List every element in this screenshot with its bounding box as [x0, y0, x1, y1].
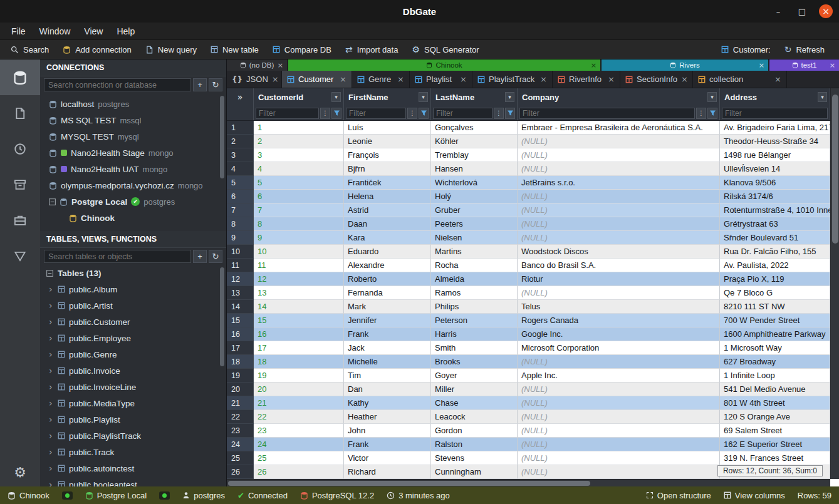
cell-lastname[interactable]: Hansen [431, 162, 518, 176]
cell-customerid[interactable]: 13 [254, 286, 344, 300]
row-number[interactable]: 20 [227, 383, 254, 396]
cell-firstname[interactable]: Kathy [344, 396, 431, 410]
cell-firstname[interactable]: Frank [344, 438, 431, 451]
row-number[interactable]: 14 [227, 300, 254, 314]
filter-menu-button[interactable]: ⋮ [320, 108, 330, 119]
row-number[interactable]: 9 [227, 231, 254, 245]
cell-firstname[interactable]: Roberto [344, 272, 431, 286]
refresh-connections-button[interactable]: ↻ [209, 78, 222, 91]
cell-customerid[interactable]: 9 [254, 231, 344, 245]
cell-lastname[interactable]: Ralston [431, 438, 518, 451]
cell-company[interactable]: (NULL) [518, 231, 720, 245]
search-button[interactable]: Search [4, 40, 56, 59]
filter-funnel-button[interactable] [505, 108, 515, 119]
cell-company[interactable]: (NULL) [518, 162, 720, 176]
row-number[interactable]: 23 [227, 424, 254, 438]
filter-input-customerid[interactable] [256, 108, 319, 119]
cell-address[interactable]: 1600 Amphitheatre Parkway [720, 327, 830, 341]
table-item-public-invoice[interactable]: ›public.Invoice [40, 363, 226, 379]
cell-lastname[interactable]: Leacock [431, 410, 518, 424]
activity-plugins-icon[interactable] [0, 202, 40, 238]
vertical-scrollbar-thumb[interactable] [832, 95, 838, 244]
cell-address[interactable]: Av. Paulista, 2022 [720, 259, 830, 272]
cell-customerid[interactable]: 23 [254, 424, 344, 438]
cell-company[interactable]: JetBrains s.r.o. [518, 176, 720, 190]
cell-address[interactable]: 541 Del Medio Avenue [720, 383, 830, 396]
cell-firstname[interactable]: Richard [344, 465, 431, 479]
cell-address[interactable]: Qe 7 Bloco G [720, 286, 830, 300]
cell-address[interactable]: 120 S Orange Ave [720, 410, 830, 424]
activity-filter-icon[interactable] [0, 238, 40, 274]
tab-close-icon[interactable]: × [608, 75, 615, 84]
cell-company[interactable]: (NULL) [518, 203, 720, 217]
tab-close-icon[interactable]: × [460, 75, 467, 84]
filter-input-address[interactable] [722, 108, 828, 119]
column-header-lastname[interactable]: LastName▾ [431, 88, 518, 106]
connection-item-ms-sql-test[interactable]: MS SQL TESTmssql [40, 112, 226, 128]
file-tab-genre[interactable]: Genre× [352, 71, 410, 88]
cell-lastname[interactable]: Peterson [431, 314, 518, 327]
tab-close-icon[interactable]: × [272, 75, 279, 84]
cell-address[interactable]: Sřnder Boulevard 51 [720, 231, 830, 245]
cell-company[interactable]: (NULL) [518, 410, 720, 424]
refresh-button[interactable]: ↻Refresh [778, 40, 831, 59]
cell-firstname[interactable]: Jack [344, 341, 431, 355]
import-data-button[interactable]: ⇄Import data [338, 40, 405, 59]
cell-customerid[interactable]: 21 [254, 396, 344, 410]
connection-item-nano2health-uat[interactable]: Nano2Health UATmongo [40, 161, 226, 177]
cell-company[interactable]: (NULL) [518, 451, 720, 465]
cell-firstname[interactable]: Eduardo [344, 245, 431, 259]
cell-lastname[interactable]: Peeters [431, 217, 518, 231]
column-dropdown-icon[interactable]: ▾ [707, 92, 717, 102]
table-item-public-genre[interactable]: ›public.Genre [40, 346, 226, 363]
tab-close-icon[interactable]: × [774, 75, 781, 84]
cell-company[interactable]: (NULL) [518, 465, 720, 479]
cell-address[interactable]: Praça Pio X, 119 [720, 272, 830, 286]
row-number[interactable]: 5 [227, 176, 254, 190]
connection-item-mysql-test[interactable]: MYSQL TESTmysql [40, 128, 226, 145]
cell-address[interactable]: Ullevĺlsveien 14 [720, 162, 830, 176]
cell-lastname[interactable]: Almeida [431, 272, 518, 286]
activity-archive-icon[interactable] [0, 167, 40, 202]
cell-company[interactable]: Apple Inc. [518, 369, 720, 383]
close-button[interactable]: × [819, 4, 833, 18]
cell-customerid[interactable]: 7 [254, 203, 344, 217]
horizontal-scrollbar[interactable] [227, 479, 830, 486]
tables-group-row[interactable]: Tables (13) [40, 265, 226, 281]
filter-input-firstname[interactable] [346, 108, 406, 119]
cell-firstname[interactable]: Alexandre [344, 259, 431, 272]
cell-company[interactable]: Woodstock Discos [518, 245, 720, 259]
collapse-minus-icon[interactable] [49, 198, 56, 205]
cell-address[interactable]: Rotenturmstraße 4, 1010 Innere Stadt [720, 203, 830, 217]
cell-lastname[interactable]: Brooks [431, 355, 518, 369]
horizontal-scrollbar-thumb[interactable] [228, 481, 590, 486]
cell-lastname[interactable]: Gordon [431, 424, 518, 438]
tab-close-icon[interactable]: × [681, 75, 688, 84]
cell-company[interactable]: Riotur [518, 272, 720, 286]
tables-scrollbar-thumb[interactable] [220, 267, 224, 366]
cell-customerid[interactable]: 5 [254, 176, 344, 190]
row-number[interactable]: 3 [227, 148, 254, 162]
cell-firstname[interactable]: Mark [344, 300, 431, 314]
compare-db-button[interactable]: Compare DB [266, 40, 338, 59]
cell-customerid[interactable]: 20 [254, 383, 344, 396]
column-dropdown-icon[interactable]: ▾ [419, 92, 428, 102]
cell-lastname[interactable]: Smith [431, 341, 518, 355]
cell-lastname[interactable]: Ramos [431, 286, 518, 300]
cell-address[interactable]: Av. Brigadeiro Faria Lima, 2170 [720, 121, 830, 135]
table-item-public-mediatype[interactable]: ›public.MediaType [40, 395, 226, 411]
cell-address[interactable]: 801 W 4th Street [720, 396, 830, 410]
cell-address[interactable]: Klanova 9/506 [720, 176, 830, 190]
cell-lastname[interactable]: Philips [431, 300, 518, 314]
cell-firstname[interactable]: Bjřrn [344, 162, 431, 176]
table-item-public-booleantest[interactable]: ›public.booleantest [40, 476, 226, 486]
file-tab-playlisttrack[interactable]: PlaylistTrack× [472, 71, 553, 88]
cell-company[interactable]: (NULL) [518, 190, 720, 203]
activity-settings-icon[interactable]: ⚙ [14, 465, 26, 480]
maximize-button[interactable]: □ [795, 4, 809, 18]
cell-address[interactable]: 627 Broadway [720, 355, 830, 369]
cell-customerid[interactable]: 8 [254, 217, 344, 231]
row-number[interactable]: 8 [227, 217, 254, 231]
row-number[interactable]: 13 [227, 286, 254, 300]
connection-item-nano2health-stage[interactable]: Nano2Health Stagemongo [40, 145, 226, 161]
